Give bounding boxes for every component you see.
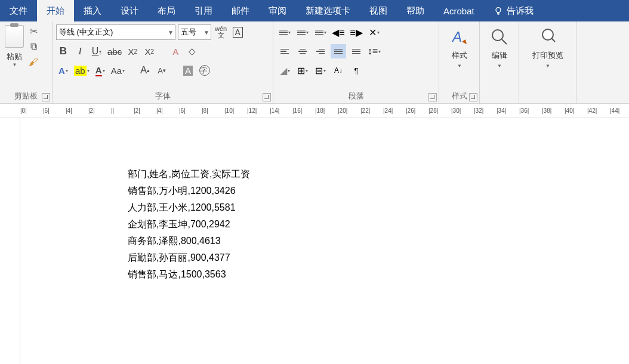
ruler-tick: |26| [406,107,415,114]
tell-me-label: 告诉我 [507,5,534,17]
ruler-tick: |38| [542,107,551,114]
numbering-button[interactable]: ▾ [295,25,310,39]
bold-button[interactable]: B [56,44,70,58]
italic-button[interactable]: I [73,44,87,58]
clipboard-dialog-launcher[interactable] [42,93,50,101]
ruler-tick: |8| [20,107,27,114]
vertical-ruler[interactable] [0,118,20,364]
chevron-down-icon: ▼ [497,63,502,69]
paragraph-dialog-launcher[interactable] [428,93,437,101]
line-spacing-button[interactable]: ↕≡▾ [366,44,382,58]
highlight-button[interactable]: ab▾ [73,63,91,78]
tab-design[interactable]: 设计 [111,0,148,21]
chevron-down-icon: ▼ [204,29,209,36]
chevron-down-icon: ▼ [168,29,174,36]
asian-layout-button[interactable]: ✕▾ [366,25,382,39]
tab-help[interactable]: 帮助 [397,0,434,21]
edit-button[interactable]: 编辑 ▼ [483,24,515,71]
tab-acrobat[interactable]: Acrobat [434,0,484,21]
font-size-combo[interactable]: 五号 ▼ [178,24,211,40]
distributed-button[interactable] [349,44,364,58]
ruler-tick: |16| [292,107,302,114]
decrease-indent-button[interactable]: ◀≡ [331,25,346,39]
shading-button[interactable]: ◢▾ [277,63,292,78]
ruler-tick: |12| [247,107,257,114]
text-effects-button[interactable]: A▾ [56,63,70,78]
cut-icon[interactable]: ✂ [27,25,39,37]
snap-to-grid-button[interactable]: ⊟▾ [313,63,328,78]
font-dialog-launcher[interactable] [263,93,271,101]
ribbon: 粘贴 ▼ ✂ ⧉ 🖌 剪贴板 等线 (中文正文) ▼ 五号 ▼ wén文 A [0,21,629,104]
character-shading-button[interactable]: A [181,63,195,78]
preview-label: 打印预览 [532,50,563,61]
shrink-font-button[interactable]: A▾ [155,63,169,78]
increase-indent-button[interactable]: ≡▶ [349,25,364,39]
change-case-button[interactable]: Aa▾ [110,63,126,78]
align-left-button[interactable] [277,44,292,58]
font-size-value: 五号 [181,27,196,38]
superscript-button[interactable]: X2 [142,44,156,58]
styles-icon: A [449,26,470,48]
grow-font-button[interactable]: A▴ [138,63,152,78]
enclose-characters-button[interactable]: 字 [198,63,212,78]
paste-button[interactable]: 粘贴 ▼ [4,24,25,69]
eraser-button[interactable]: ◇ [185,44,199,58]
document-line[interactable]: 销售部,万小明,1200,3426 [128,183,629,199]
multilevel-list-button[interactable]: ▾ [313,25,328,39]
document-line[interactable]: 人力部,王小米,1200,5581 [128,199,629,216]
tab-review[interactable]: 审阅 [259,0,296,21]
strikethrough-button[interactable]: abc [106,44,123,58]
styles-button[interactable]: A 样式 ▼ [443,24,476,71]
group-styles: A 样式 ▼ 样式 [439,21,480,103]
tab-view[interactable]: 视图 [360,0,397,21]
tab-insert[interactable]: 插入 [74,0,111,21]
styles-label: 样式 [452,50,467,61]
format-painter-icon[interactable]: 🖌 [27,56,39,68]
underline-button[interactable]: U▾ [90,44,104,58]
phonetic-guide-button[interactable]: wén文 [214,25,228,39]
sort-button[interactable]: A↓ [331,63,346,78]
document-page[interactable]: 部门,姓名,岗位工资,实际工资销售部,万小明,1200,3426人力部,王小米,… [20,118,629,364]
bullets-button[interactable]: ▾ [277,25,292,39]
clear-formatting-button[interactable]: A [168,44,183,58]
show-hide-button[interactable]: ¶ [349,63,364,78]
print-preview-button[interactable]: 打印预览 ▼ [523,24,572,71]
clipboard-icon [5,25,24,48]
group-editing: 编辑 ▼ [480,21,519,103]
ribbon-tabs: 文件 开始 插入 设计 布局 引用 邮件 审阅 新建选项卡 视图 帮助 Acro… [0,0,629,21]
tab-mailings[interactable]: 邮件 [222,0,259,21]
borders-button[interactable]: ⊞▾ [295,63,310,78]
tell-me-search[interactable]: 告诉我 [484,0,543,21]
align-right-button[interactable] [313,44,328,58]
tab-newtab[interactable]: 新建选项卡 [296,0,360,21]
character-border-button[interactable]: A [230,25,245,39]
tab-home[interactable]: 开始 [37,0,74,21]
ruler-tick: |6| [43,107,50,114]
tab-references[interactable]: 引用 [185,0,222,21]
tab-file[interactable]: 文件 [0,0,37,21]
align-center-button[interactable] [295,44,310,58]
document-line[interactable]: 后勤部,孙百丽,900,4377 [128,249,629,266]
font-name-combo[interactable]: 等线 (中文正文) ▼ [56,24,175,40]
document-line[interactable]: 商务部,泽熙,800,4613 [128,233,629,249]
document-line[interactable]: 企划部,李玉坤,700,2942 [128,216,629,233]
ruler-tick: |30| [451,107,461,114]
ruler-tick: |18| [315,107,325,114]
tab-layout[interactable]: 布局 [148,0,185,21]
ruler-tick: || [111,107,114,114]
document-line[interactable]: 销售部,马达,1500,3563 [128,266,629,283]
document-line[interactable]: 部门,姓名,岗位工资,实际工资 [128,166,629,183]
horizontal-ruler[interactable]: |8||6||4||2||||2||4||6||8||10||12||14||1… [0,104,629,118]
align-justify-button[interactable] [331,44,346,58]
ruler-tick: |10| [224,107,234,114]
paste-label: 粘贴 [7,51,22,62]
ruler-tick: |22| [360,107,370,114]
font-color-button[interactable]: A▾ [93,63,107,78]
subscript-button[interactable]: X2 [125,44,140,58]
ruler-tick: |6| [179,107,186,114]
document-area: 部门,姓名,岗位工资,实际工资销售部,万小明,1200,3426人力部,王小米,… [0,118,629,364]
ruler-tick: |32| [474,107,483,114]
styles-dialog-launcher[interactable] [469,93,477,101]
copy-icon[interactable]: ⧉ [27,41,39,53]
group-print-preview: 打印预览 ▼ [519,21,576,103]
